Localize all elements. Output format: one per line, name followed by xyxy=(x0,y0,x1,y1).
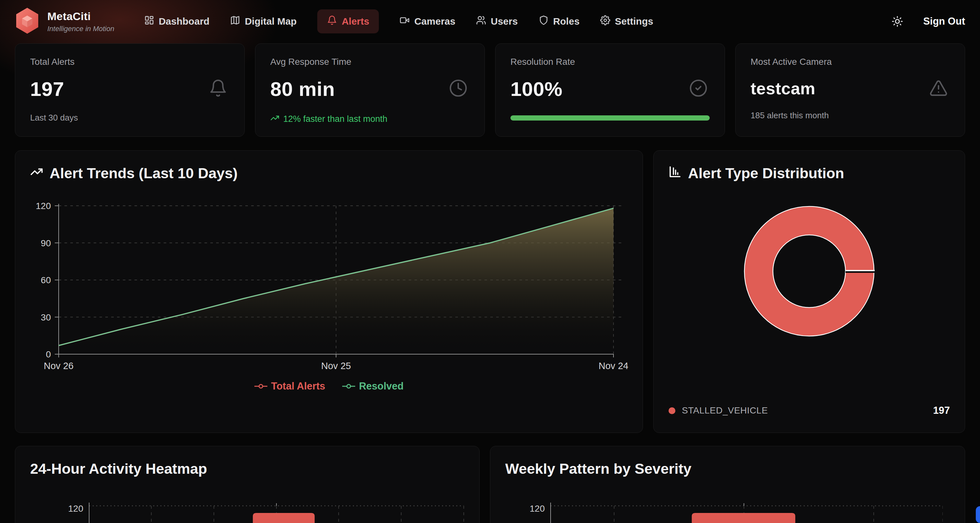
nav-label: Cameras xyxy=(414,16,455,27)
sun-icon[interactable] xyxy=(891,16,903,27)
weekly-pattern-panel: Weekly Pattern by Severity 120 xyxy=(490,446,965,523)
metaciti-logo-icon xyxy=(15,7,40,36)
bar-chart-icon xyxy=(668,165,681,182)
stat-card-most-active-camera: Most Active Camera testcam 185 alerts th… xyxy=(735,43,965,137)
bottom-charts-row: 24-Hour Activity Heatmap 120 Weekly Patt… xyxy=(0,446,980,523)
legend-value: 197 xyxy=(933,405,950,416)
trending-up-icon xyxy=(30,165,43,182)
resolution-progress-bar xyxy=(511,115,710,121)
stat-value: 197 xyxy=(30,78,229,100)
svg-text:90: 90 xyxy=(41,238,51,248)
nav-item-settings[interactable]: Settings xyxy=(600,15,653,27)
floating-action-button-edge[interactable] xyxy=(976,506,980,523)
legend-label: Total Alerts xyxy=(271,380,325,392)
clock-icon xyxy=(449,79,468,99)
svg-text:60: 60 xyxy=(41,275,51,285)
svg-text:Nov 25: Nov 25 xyxy=(321,361,351,371)
legend-item-total-alerts[interactable]: Total Alerts xyxy=(255,380,325,392)
sign-out-button[interactable]: Sign Out xyxy=(923,16,965,27)
nav-label: Dashboard xyxy=(159,16,210,27)
nav-label: Settings xyxy=(615,16,653,27)
nav-item-roles[interactable]: Roles xyxy=(539,15,580,27)
dashboard-grid-icon xyxy=(144,15,154,27)
nav-menu: Dashboard Digital Map Alerts Cameras Use… xyxy=(144,10,653,33)
brand-tagline: Intelligence in Motion xyxy=(47,25,115,33)
panel-title-text: Alert Trends (Last 10 Days) xyxy=(49,165,237,182)
brand-text: MetaCiti Intelligence in Motion xyxy=(47,10,115,33)
brand-name: MetaCiti xyxy=(47,10,115,23)
resolution-progress-fill xyxy=(511,115,710,121)
stat-subtext: Last 30 days xyxy=(30,113,229,123)
stat-cards-row: Total Alerts 197 Last 30 days Avg Respon… xyxy=(0,43,980,137)
users-icon xyxy=(476,15,486,27)
heatmap-panel: 24-Hour Activity Heatmap 120 xyxy=(15,446,480,523)
panel-title-text: Alert Type Distribution xyxy=(688,165,844,182)
stat-trend: 12% faster than last month xyxy=(270,113,469,125)
alert-type-distribution-title: Alert Type Distribution xyxy=(668,165,950,182)
nav-right-actions: Sign Out xyxy=(891,16,965,27)
nav-label: Roles xyxy=(553,16,580,27)
legend-label: STALLED_VEHICLE xyxy=(682,405,768,416)
bell-icon xyxy=(327,15,337,27)
top-navigation-bar: MetaCiti Intelligence in Motion Dashboar… xyxy=(0,0,980,43)
nav-item-users[interactable]: Users xyxy=(476,15,517,27)
nav-label: Digital Map xyxy=(245,16,296,27)
stat-card-avg-response-time: Avg Response Time 80 min 12% faster than… xyxy=(255,43,485,137)
distribution-legend-row[interactable]: STALLED_VEHICLE 197 xyxy=(668,405,950,418)
stat-value: 100% xyxy=(511,78,710,100)
donut-chart-wrap xyxy=(738,200,880,343)
stat-label: Avg Response Time xyxy=(270,57,469,67)
check-circle-icon xyxy=(689,79,708,99)
stat-value: 80 min xyxy=(270,78,469,100)
nav-item-dashboard[interactable]: Dashboard xyxy=(144,15,210,27)
gear-icon xyxy=(600,15,610,27)
alert-type-distribution-panel: Alert Type Distribution STALLED_VEHICLE … xyxy=(653,150,965,433)
stat-label: Most Active Camera xyxy=(751,57,950,67)
alert-type-donut-chart xyxy=(738,200,880,342)
svg-text:Nov 24: Nov 24 xyxy=(598,361,628,371)
stat-card-resolution-rate: Resolution Rate 100% xyxy=(495,43,725,137)
map-icon xyxy=(230,15,240,27)
stat-subtext: 185 alerts this month xyxy=(751,111,950,121)
alert-trends-title: Alert Trends (Last 10 Days) xyxy=(30,165,628,182)
heatmap-title: 24-Hour Activity Heatmap xyxy=(30,461,465,477)
svg-text:120: 120 xyxy=(68,504,83,513)
panel-title-text: 24-Hour Activity Heatmap xyxy=(30,461,207,477)
brand: MetaCiti Intelligence in Motion xyxy=(15,7,115,36)
trends-legend: Total Alerts Resolved xyxy=(30,380,628,392)
panel-title-text: Weekly Pattern by Severity xyxy=(505,461,691,477)
weekly-pattern-title: Weekly Pattern by Severity xyxy=(505,461,950,477)
legend-label: Resolved xyxy=(359,380,404,392)
video-camera-icon xyxy=(399,15,410,27)
svg-text:120: 120 xyxy=(530,504,545,513)
svg-text:0: 0 xyxy=(46,349,51,359)
heatmap-bar-chart: 120 xyxy=(30,494,465,523)
bell-icon xyxy=(209,79,228,99)
stat-label: Total Alerts xyxy=(30,57,229,67)
svg-text:30: 30 xyxy=(41,312,51,323)
stat-label: Resolution Rate xyxy=(511,57,710,67)
stat-card-total-alerts: Total Alerts 197 Last 30 days xyxy=(15,43,245,137)
nav-item-alerts[interactable]: Alerts xyxy=(317,10,379,33)
svg-text:Nov 26: Nov 26 xyxy=(44,361,73,371)
donut-slice-divider xyxy=(845,270,875,271)
legend-marker-icon xyxy=(342,384,355,389)
nav-item-digital-map[interactable]: Digital Map xyxy=(230,15,296,27)
shield-icon xyxy=(539,15,549,27)
warning-triangle-icon xyxy=(929,79,948,99)
stat-trend-text: 12% faster than last month xyxy=(283,114,387,124)
svg-text:120: 120 xyxy=(36,201,51,211)
nav-label: Users xyxy=(491,16,517,27)
nav-label: Alerts xyxy=(342,16,369,27)
legend-item-resolved[interactable]: Resolved xyxy=(342,380,404,392)
alert-trends-area-chart: 0306090120Nov 26Nov 25Nov 24 xyxy=(30,199,628,375)
stat-value: testcam xyxy=(751,79,950,98)
legend-marker-icon xyxy=(255,384,267,389)
trending-up-icon xyxy=(270,113,279,125)
nav-item-cameras[interactable]: Cameras xyxy=(399,15,455,27)
main-charts-row: Alert Trends (Last 10 Days) 0306090120No… xyxy=(0,150,980,433)
legend-color-dot xyxy=(668,407,675,414)
weekly-pattern-bar-chart: 120 xyxy=(505,494,943,523)
donut-slice-gap xyxy=(845,271,875,273)
alert-trends-panel: Alert Trends (Last 10 Days) 0306090120No… xyxy=(15,150,643,433)
